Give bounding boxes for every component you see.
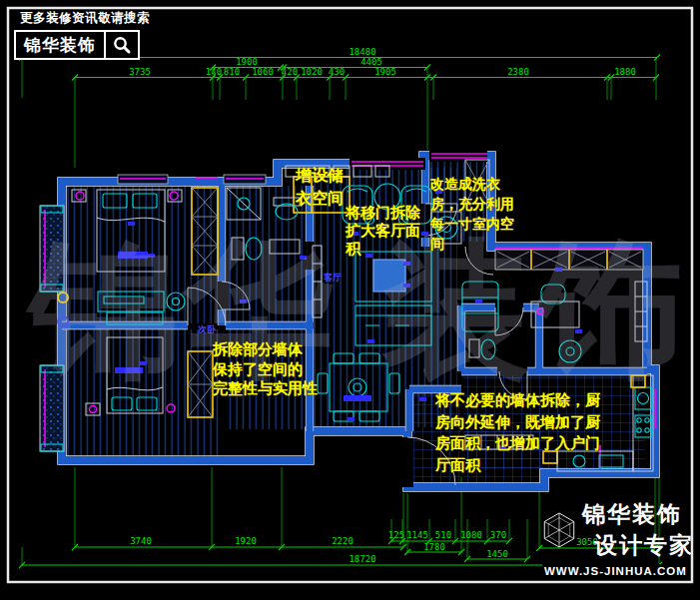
dim-top-mid-1: 4405 [360, 57, 382, 67]
dim-top-0: 3735 [129, 67, 151, 77]
search-icon-cell [104, 32, 138, 58]
footer-brand-block: 锦华装饰 设计专家 WWW.JS-JINHUA.COM [542, 499, 694, 579]
dimensions-top: 18480 1900 4405 3735 140 810 1060 420 10… [19, 47, 660, 168]
search-hint-text: 更多装修资讯敬请搜索 [20, 10, 140, 27]
annotation-line: 扩大客厅面 [346, 222, 420, 240]
dim-top-9: 1880 [614, 67, 636, 77]
brand-name: 锦华装饰 [16, 32, 104, 58]
annotation-line: 房面积，也增加了入户门 [435, 432, 600, 454]
annotation-line: 积 [346, 240, 420, 258]
annotation-line: 厅面积 [435, 454, 600, 476]
dim-bot-m4: 1450 [486, 549, 508, 559]
annotation-line: 间 [430, 234, 514, 254]
dim-bot-s0: 125 [388, 530, 404, 540]
footer-brand-name: 锦华装饰 [582, 499, 694, 530]
annotation-laundry: 改造成洗衣 房，充分利用 每一寸室内空 间 [430, 174, 514, 254]
dim-top-1: 140 [206, 67, 222, 77]
annotation-line: 完整性与实用性 [213, 378, 318, 398]
dim-bot-s1: 1145 [406, 530, 428, 540]
dim-bot-m3: 1780 [423, 542, 445, 552]
annotation-closet: 增设储 衣空间 [296, 164, 344, 210]
footer-tagline: 设计专家 [594, 530, 694, 561]
annotation-kitchen: 将不必要的墙体拆除，厨 房向外延伸，既增加了厨 房面积，也增加了入户门 厅面积 [435, 389, 600, 475]
annotation-line: 增设储 [296, 164, 344, 187]
dim-top-overall: 18480 [349, 47, 375, 57]
annotation-wall-removal: 拆除部分墙体 保持了空间的 完整性与实用性 [213, 339, 318, 398]
annotation-line: 房，充分利用 [430, 194, 514, 214]
annotation-line: 房向外延伸，既增加了厨 [435, 411, 600, 433]
dim-top-8: 2380 [507, 67, 529, 77]
dim-top-6: 430 [329, 67, 345, 77]
annotation-line: 每一寸室内空 [430, 214, 514, 234]
dim-top-4: 420 [282, 67, 298, 77]
brand-search-box: 锦华装饰 [14, 30, 140, 60]
dim-top-5: 1020 [301, 67, 323, 77]
dim-top-7: 1905 [374, 67, 396, 77]
annotation-sliding-door: 将移门拆除 扩大客厅面 积 [346, 204, 420, 258]
dim-bot-s3: 1080 [460, 530, 482, 540]
dim-top-3: 1060 [252, 67, 274, 77]
dim-top-2: 810 [224, 67, 240, 77]
annotation-line: 衣空间 [296, 187, 344, 210]
cube-logo-icon [542, 499, 576, 561]
dim-bot-overall: 18720 [349, 554, 375, 564]
dim-bot-m1: 1920 [235, 536, 257, 546]
dim-bot-m0: 3740 [130, 536, 152, 546]
room-label-bedroom2: 次卧 [198, 324, 217, 334]
search-icon [112, 35, 132, 55]
annotation-line: 拆除部分墙体 [213, 339, 318, 359]
annotation-line: 将不必要的墙体拆除，厨 [435, 389, 600, 411]
annotation-line: 保持了空间的 [213, 359, 318, 379]
dim-top-mid-0: 1900 [236, 57, 258, 67]
annotation-line: 改造成洗衣 [430, 174, 514, 194]
dim-bot-s2: 510 [435, 530, 451, 540]
floorplan-page: 18480 1900 4405 3735 140 810 1060 420 10… [0, 0, 700, 600]
dim-bot-s4: 370 [490, 530, 506, 540]
dim-bot-m2: 2220 [332, 536, 353, 546]
header-brand-block: 更多装修资讯敬请搜索 锦华装饰 [14, 10, 140, 60]
room-label-living: 客厅 [324, 272, 342, 283]
footer-website: WWW.JS-JINHUA.COM [542, 564, 689, 578]
annotation-line: 将移门拆除 [346, 204, 420, 222]
